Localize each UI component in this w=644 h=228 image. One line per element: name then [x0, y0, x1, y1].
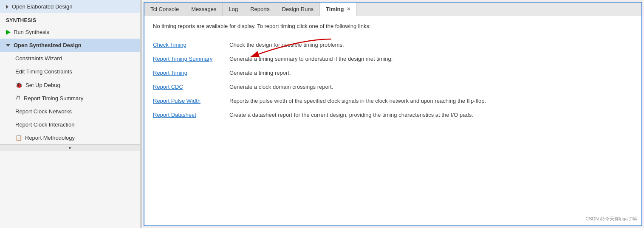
table-row: Report Timing Summary Generate a timing …	[153, 52, 633, 66]
sidebar-item-label: Report Clock Interaction	[15, 121, 74, 128]
sidebar-item-constraints-wizard[interactable]: Constraints Wizard	[0, 52, 140, 65]
sidebar-item-open-synthesized-design[interactable]: Open Synthesized Design	[0, 39, 140, 52]
tab-log[interactable]: Log	[223, 3, 244, 16]
report-timing-link[interactable]: Report Timing	[153, 70, 187, 76]
table-row: Report Timing Generate a timing report.	[153, 66, 633, 80]
sidebar-item-label: Edit Timing Constraints	[15, 68, 72, 75]
sidebar-item-report-timing-summary[interactable]: ⏱ Report Timing Summary	[0, 92, 140, 105]
sidebar-item-label: Run Synthesis	[14, 29, 49, 35]
chevron-right-icon	[6, 5, 8, 9]
tab-messages[interactable]: Messages	[185, 3, 223, 16]
tab-reports[interactable]: Reports	[244, 3, 276, 16]
check-timing-desc: Check the design for possible timing pro…	[229, 38, 633, 52]
play-icon	[6, 30, 11, 35]
table-row: Report Datasheet Create a datasheet repo…	[153, 108, 633, 122]
sidebar-item-set-up-debug[interactable]: 🐞 Set Up Debug	[0, 78, 140, 92]
report-icon: 📋	[15, 135, 22, 141]
clock-icon: ⏱	[15, 95, 21, 101]
sidebar-item-label: Constraints Wizard	[15, 55, 62, 62]
sidebar-divider[interactable]	[140, 0, 142, 228]
table-row: Check Timing Check the design for possib…	[153, 38, 633, 52]
sidebar-item-report-clock-interaction[interactable]: Report Clock Interaction	[0, 118, 140, 131]
table-row: Report CDC Generate a clock domain cross…	[153, 80, 633, 94]
sidebar: Open Elaborated Design SYNTHESIS Run Syn…	[0, 0, 140, 228]
timing-links-table: Check Timing Check the design for possib…	[153, 38, 633, 122]
sidebar-item-label: Set Up Debug	[25, 82, 60, 88]
tab-design-runs[interactable]: Design Runs	[276, 3, 320, 16]
tab-close-icon[interactable]: ✕	[347, 6, 350, 12]
sidebar-item-label: Open Synthesized Design	[14, 42, 82, 48]
report-timing-summary-link[interactable]: Report Timing Summary	[153, 56, 212, 62]
content-area: No timing reports are available for disp…	[144, 16, 641, 225]
sidebar-item-open-elaborated-design[interactable]: Open Elaborated Design	[0, 0, 140, 13]
tab-tcl-console[interactable]: Tcl Console	[144, 3, 185, 16]
report-timing-summary-desc: Generate a timing summary to understand …	[229, 52, 633, 66]
report-pulse-width-desc: Reports the pulse width of the specified…	[229, 94, 633, 108]
sidebar-scroll-down[interactable]: ▼	[0, 144, 140, 151]
sidebar-item-label: Report Methodology	[25, 135, 75, 141]
report-pulse-width-link[interactable]: Report Pulse Width	[153, 98, 201, 104]
report-datasheet-desc: Create a datasheet report for the curren…	[229, 108, 633, 122]
sidebar-item-label: Report Timing Summary	[24, 95, 83, 101]
sidebar-section-synthesis: SYNTHESIS	[0, 13, 140, 25]
check-timing-link[interactable]: Check Timing	[153, 42, 186, 48]
sidebar-item-run-synthesis[interactable]: Run Synthesis	[0, 25, 140, 39]
chevron-down-icon	[6, 44, 10, 47]
table-row: Report Pulse Width Reports the pulse wid…	[153, 94, 633, 108]
bug-icon: 🐞	[15, 82, 23, 88]
main-content: Tcl Console Messages Log Reports Design …	[144, 2, 642, 226]
tab-timing[interactable]: Timing ✕	[320, 3, 356, 16]
tabs-bar: Tcl Console Messages Log Reports Design …	[144, 3, 641, 16]
sidebar-item-report-methodology[interactable]: 📋 Report Methodology	[0, 131, 140, 144]
watermark: CSDN @今天你fpga了嘛	[585, 216, 637, 222]
sidebar-item-label: Report Clock Networks	[15, 108, 72, 115]
sidebar-item-edit-timing-constraints[interactable]: Edit Timing Constraints	[0, 65, 140, 78]
report-cdc-link[interactable]: Report CDC	[153, 84, 183, 90]
report-cdc-desc: Generate a clock domain crossings report…	[229, 80, 633, 94]
report-datasheet-link[interactable]: Report Datasheet	[153, 112, 196, 118]
report-timing-desc: Generate a timing report.	[229, 66, 633, 80]
info-text: No timing reports are available for disp…	[153, 23, 633, 29]
sidebar-item-report-clock-networks[interactable]: Report Clock Networks	[0, 105, 140, 118]
sidebar-item-label: Open Elaborated Design	[12, 3, 72, 10]
